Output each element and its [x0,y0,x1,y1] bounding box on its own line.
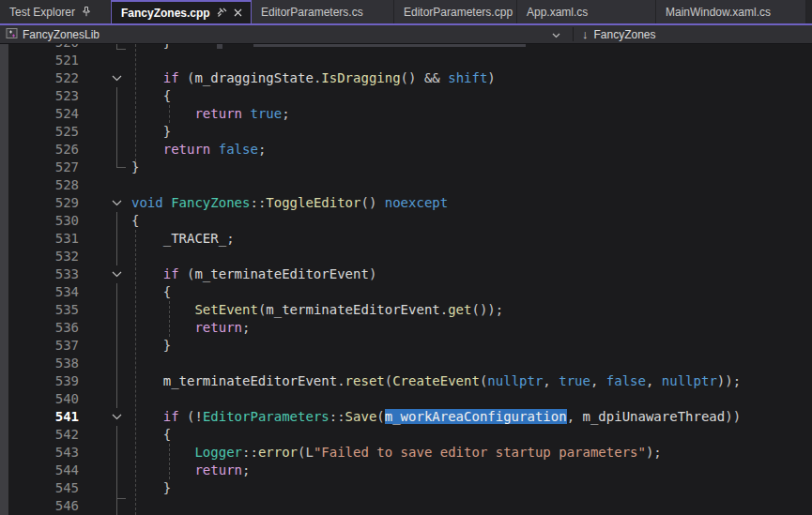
line-number: 526 [8,141,79,159]
breadcrumb-project: FancyZonesLib [23,28,100,41]
document-tab-bar: Test Explorer FancyZones.cpp EditorParam… [0,0,812,25]
clipped-line-remnant [253,44,526,47]
line-number: 543 [8,444,79,462]
line-number: 532 [8,248,79,265]
code-line[interactable]: return false; [131,141,266,159]
line-number: 534 [8,283,79,301]
code-token: , [543,373,559,388]
tab-editorparameters-cs[interactable]: EditorParameters.cs [252,0,394,23]
tab-fancyzones-cpp[interactable]: FancyZones.cpp [111,0,252,23]
code-token: m_terminateEditorEvent [163,373,337,388]
code-line[interactable]: if (m_terminateEditorEvent) [131,265,376,283]
line-number: 524 [8,105,79,123]
code-token [210,142,218,157]
code-token: ()); [471,302,503,317]
tab-label: App.xaml.cs [527,6,588,19]
down-arrow-icon: ↓ [582,27,589,41]
line-number: 546 [8,497,79,515]
code-token: if [163,266,179,281]
project-dropdown[interactable]: FancyZonesLib [6,25,100,43]
fold-chevron-icon[interactable] [109,408,124,426]
fold-guide-line [116,426,117,515]
line-number: 545 [8,479,79,497]
fold-chevron-icon[interactable] [109,194,124,212]
close-icon[interactable] [234,8,242,17]
code-line[interactable]: SetEvent(m_terminateEditorEvent.get()); [131,301,503,319]
code-editor[interactable]: 520 }521522 if (m_draggingState.IsDraggi… [0,44,812,515]
code-line[interactable]: { [131,87,171,105]
code-token: "Failed to save editor startup parameter… [314,445,646,460]
code-line[interactable]: } [131,123,171,141]
fold-guide-tick [116,49,126,50]
code-token: return [194,462,242,477]
code-line[interactable]: m_terminateEditorEvent.reset(CreateEvent… [131,372,741,390]
code-token: () [360,195,384,210]
tab-app-xaml-cs[interactable]: App.xaml.cs [517,0,656,23]
code-token: CreateEvent [392,373,480,388]
code-token: true [559,373,590,388]
pin-icon[interactable] [82,7,91,17]
types-dropdown[interactable] [552,25,560,43]
code-line[interactable]: } [131,44,171,52]
code-line[interactable]: if (!EditorParameters::Save(m_workAreaCo… [131,408,741,426]
code-line[interactable]: return; [131,462,250,479]
line-number: 536 [8,319,79,337]
code-token: . [440,302,448,317]
tab-test-explorer[interactable]: Test Explorer [0,0,111,23]
code-token: Save [345,409,377,424]
fold-guide-line [116,283,117,408]
code-token: )); [717,373,741,388]
code-line[interactable]: _TRACER_; [131,230,235,248]
code-token: _TRACER_ [163,231,226,246]
code-line[interactable]: { [131,283,171,301]
code-token: ( [385,373,392,388]
code-line[interactable]: return true; [131,105,290,123]
code-token: false [606,373,646,388]
line-number: 544 [8,462,79,479]
code-token: error [258,445,298,460]
code-token: EditorParameters [203,409,329,424]
code-line[interactable]: { [131,426,171,444]
fold-guide-tick [116,167,126,168]
code-line[interactable]: } [131,159,139,176]
code-token: IsDragging [321,70,400,85]
code-line[interactable]: } [131,337,171,355]
code-token: ( [179,70,195,85]
code-line[interactable]: Logger::error(L"Failed to save editor st… [131,444,662,462]
line-number: 540 [8,390,79,408]
code-token: } [163,124,171,139]
code-token: } [163,44,171,50]
code-token: } [131,159,139,174]
line-number: 539 [8,372,79,390]
code-token: } [163,480,171,495]
code-line[interactable]: { [131,212,139,230]
line-number: 531 [8,230,79,248]
project-icon [6,27,18,42]
code-token: ) [487,70,495,85]
fold-chevron-icon[interactable] [109,265,124,283]
code-line[interactable]: void FancyZones::ToggleEditor() noexcept [131,194,448,212]
tab-editorparameters-cpp[interactable]: EditorParameters.cpp [394,0,517,23]
code-token: noexcept [385,195,448,210]
code-token: if [163,409,179,424]
breadcrumb-scope: FancyZones [594,28,656,41]
code-line[interactable]: } [131,479,171,497]
code-token: m_draggingState [194,70,313,85]
line-number: 530 [8,212,79,230]
code-token: , [590,373,606,388]
code-token: ; [258,142,266,157]
code-line[interactable]: return; [131,319,250,337]
code-token: :: [250,195,266,210]
code-token: ToggleEditor [266,195,360,210]
line-number: 527 [8,159,79,176]
code-token: m_terminateEditorEvent [194,266,368,281]
clipped-line-remnant [217,44,222,49]
tab-mainwindow-xaml-cs[interactable]: MainWindow.xaml.cs [656,0,806,23]
pin-icon[interactable] [217,8,227,18]
fold-chevron-icon[interactable] [109,69,124,87]
scope-dropdown[interactable]: ↓ FancyZones [582,25,656,43]
tab-label: FancyZones.cpp [121,7,210,20]
code-line[interactable]: if (m_draggingState.IsDragging() && shif… [131,69,496,87]
line-number: 535 [8,301,79,319]
line-number: 528 [8,176,79,194]
